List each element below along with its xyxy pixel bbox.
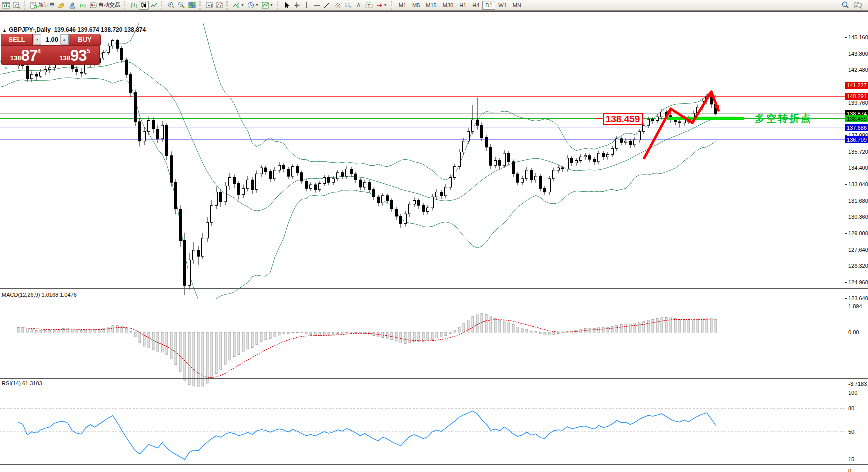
price-axis-tick	[845, 217, 847, 218]
svg-text:F: F	[350, 6, 352, 9]
price-axis-label: 123.640	[848, 296, 868, 302]
fibonacci-tool-icon[interactable]: F	[343, 1, 354, 10]
pane-separator[interactable]	[0, 378, 868, 379]
charts-window-icon[interactable]	[1, 1, 11, 10]
price-axis-tick	[845, 38, 847, 38]
dropdown-caret-icon: ▼	[384, 4, 387, 7]
price-axis-label: 145.160	[848, 35, 868, 40]
rsi-axis-label: 50	[848, 430, 854, 435]
timeframe-M5[interactable]: M5	[409, 1, 423, 10]
pane-separator[interactable]	[0, 288, 868, 289]
one-click-trading-panel: SELL ▼ 1.00 ▲ BUY 138874 138935	[1, 34, 101, 65]
trendline-tool-icon[interactable]	[322, 1, 332, 10]
dropdown-caret-icon: ▼	[241, 4, 244, 7]
buy-price-display[interactable]: 138935	[50, 46, 100, 65]
timeframe-M15[interactable]: M15	[423, 1, 439, 10]
toolbar-separator	[226, 1, 230, 10]
text-tool-icon[interactable]: A	[354, 1, 364, 10]
sell-price-pip: 4	[37, 48, 41, 54]
chart-ohlc-values: 139.646 139.674 138.720 138.874	[54, 26, 146, 34]
zoom-in-icon[interactable]	[166, 1, 176, 10]
gold-icon[interactable]	[56, 1, 67, 10]
toolbar: 新订单 自动交易 ▼ ▼ ▼ E F A T ▼ M	[0, 0, 868, 11]
pane-separator[interactable]	[0, 377, 868, 378]
one-click-collapse-icon[interactable]: ▲	[2, 28, 7, 33]
timeframe-D1[interactable]: D1	[482, 1, 495, 10]
rsi-pane[interactable]	[0, 390, 845, 472]
price-tag: 141.227	[845, 82, 868, 89]
candlestick-chart-icon[interactable]	[139, 1, 149, 10]
timeframe-W1[interactable]: W1	[495, 1, 510, 10]
line-chart-icon[interactable]	[149, 1, 159, 10]
svg-text:A: A	[357, 2, 361, 8]
main-price-pane[interactable]	[0, 24, 845, 299]
market-watch-icon[interactable]	[11, 1, 22, 10]
buy-price-main: 93	[70, 48, 86, 64]
sell-button[interactable]: SELL	[1, 34, 33, 46]
pane-separator	[0, 464, 868, 465]
toolbar-separator	[277, 1, 280, 10]
community-icon[interactable]	[67, 1, 78, 10]
price-tag: 138.459	[845, 116, 868, 122]
level-callout-leader	[596, 118, 602, 120]
crosshair-tool-icon[interactable]	[292, 1, 302, 10]
dropdown-caret-icon: ▼	[255, 4, 259, 7]
sell-price-display[interactable]: 138874	[1, 46, 50, 65]
volume-value[interactable]: 1.00	[41, 34, 60, 45]
chart-title: ▲GBPJPY-,Daily 139.646 139.674 138.720 1…	[2, 26, 146, 34]
price-axis-tick	[845, 250, 847, 250]
toolbar-separator	[391, 1, 394, 10]
turning-point-annotation[interactable]: 多空转折点	[755, 112, 812, 126]
price-axis-border	[845, 12, 845, 465]
price-axis-label: 143.800	[848, 52, 868, 57]
add-indicator-button[interactable]: ▼	[231, 1, 246, 10]
tile-windows-icon[interactable]	[187, 1, 197, 10]
zoom-out-icon[interactable]	[176, 1, 187, 10]
timeframe-M1[interactable]: M1	[396, 1, 409, 10]
text-label-tool-icon[interactable]: T	[364, 1, 374, 10]
price-axis-label: 130.360	[848, 214, 868, 220]
volume-increase-button[interactable]: ▲	[60, 34, 68, 45]
period-clock-icon[interactable]: ▼	[246, 1, 260, 10]
level-callout-box[interactable]: 138.459	[603, 113, 643, 125]
timeframe-M30[interactable]: M30	[440, 1, 456, 10]
macd-pane[interactable]	[0, 302, 845, 388]
price-axis-tick	[845, 298, 847, 299]
price-axis-tick	[845, 234, 847, 234]
buy-button[interactable]: BUY	[69, 34, 101, 46]
rsi-axis-label: 0	[848, 468, 851, 472]
timeframe-H1[interactable]: H1	[456, 1, 469, 10]
signal-icon[interactable]	[78, 1, 88, 10]
macd-axis-max: 1.894	[848, 304, 862, 310]
toolbar-separator	[199, 1, 203, 10]
price-axis-tick	[845, 184, 847, 185]
price-axis-label: 124.960	[848, 280, 868, 286]
dropdown-caret-icon: ▼	[270, 4, 273, 7]
svg-text:T: T	[367, 3, 370, 8]
indicator-list-icon[interactable]	[214, 1, 224, 10]
timeframe-MN[interactable]: MN	[510, 1, 524, 10]
chart-window[interactable]: ▲GBPJPY-,Daily 139.646 139.674 138.720 1…	[0, 11, 868, 472]
sell-price-base: 138	[10, 54, 21, 64]
vertical-line-tool-icon[interactable]	[302, 1, 312, 10]
auto-trading-button[interactable]: 自动交易	[88, 1, 122, 10]
new-order-button[interactable]: 新订单	[29, 1, 56, 10]
cursor-tool-icon[interactable]	[282, 1, 292, 10]
template-icon[interactable]: ▼	[260, 1, 275, 10]
search-icon[interactable]	[841, 1, 849, 10]
price-axis-tick	[845, 103, 847, 104]
horizontal-line-tool-icon[interactable]	[312, 1, 322, 10]
shapes-tool-icon[interactable]: ▼	[374, 1, 389, 10]
price-axis-label: 129.000	[848, 231, 868, 236]
equidistant-channel-tool-icon[interactable]: E	[332, 1, 343, 10]
timeframe-H4[interactable]: H4	[469, 1, 482, 10]
rsi-axis-label: 100	[848, 390, 857, 396]
price-axis-label: 142.480	[848, 68, 868, 73]
strategy-tester-icon[interactable]	[204, 1, 214, 10]
chat-icon[interactable]	[853, 1, 862, 10]
bar-chart-icon[interactable]	[129, 1, 139, 10]
price-axis-tick	[845, 266, 847, 266]
volume-decrease-button[interactable]: ▼	[33, 34, 41, 45]
pane-separator[interactable]	[0, 290, 868, 290]
price-axis-tick	[845, 70, 847, 70]
